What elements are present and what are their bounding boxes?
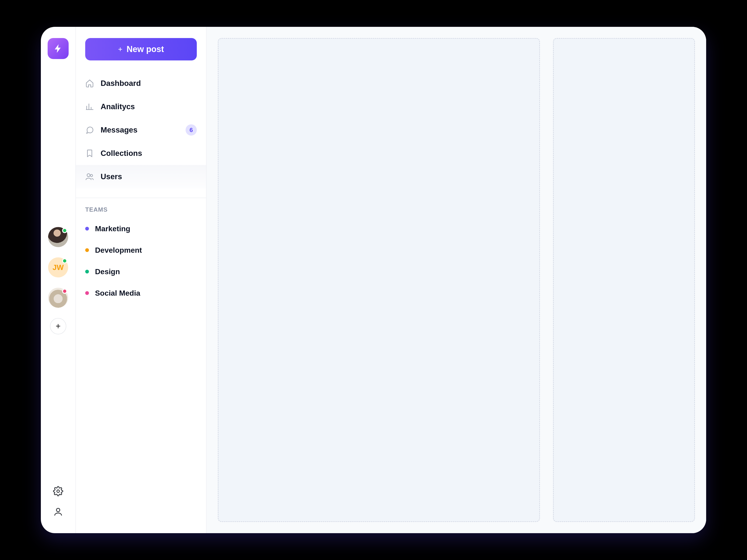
svg-point-1 — [56, 508, 60, 512]
team-item-social-media[interactable]: Social Media — [76, 282, 206, 304]
users-icon — [85, 172, 94, 181]
teams-list: Marketing Development Design Social Medi… — [76, 218, 206, 304]
settings-button[interactable] — [53, 486, 63, 496]
team-dot-icon — [85, 227, 89, 231]
primary-nav: Dashboard Analitycs Messages 6 Collectio… — [76, 72, 206, 188]
add-workspace-button[interactable]: + — [50, 318, 66, 335]
svg-point-3 — [91, 175, 93, 177]
bolt-icon — [53, 44, 63, 54]
team-dot-icon — [85, 248, 89, 252]
gear-icon — [53, 486, 63, 496]
nav-label: Collections — [101, 149, 142, 158]
nav-label: Messages — [101, 126, 137, 134]
status-dot-online-icon — [62, 258, 67, 263]
new-post-button[interactable]: + New post — [85, 38, 197, 60]
team-label: Marketing — [95, 224, 130, 233]
rail-avatar-list: JW + — [48, 227, 68, 335]
avatar-initials: JW — [53, 263, 64, 272]
nav-label: Dashboard — [101, 79, 141, 88]
content-placeholder-secondary — [553, 38, 695, 522]
avatar[interactable] — [48, 227, 68, 247]
chat-icon — [85, 126, 94, 134]
svg-point-0 — [57, 490, 59, 492]
plus-icon: + — [118, 45, 123, 54]
nav-label: Users — [101, 172, 122, 181]
home-icon — [85, 79, 94, 88]
new-post-label: New post — [127, 44, 164, 54]
status-dot-busy-icon — [62, 289, 67, 294]
user-icon — [53, 507, 63, 517]
status-dot-online-icon — [62, 228, 67, 233]
svg-point-2 — [87, 174, 90, 177]
team-item-design[interactable]: Design — [76, 261, 206, 282]
app-logo[interactable] — [48, 38, 69, 59]
nav-item-collections[interactable]: Collections — [76, 142, 206, 165]
nav-item-analytics[interactable]: Analitycs — [76, 95, 206, 118]
team-item-development[interactable]: Development — [76, 239, 206, 261]
content-placeholder-primary — [218, 38, 540, 522]
plus-icon: + — [56, 322, 60, 330]
team-label: Development — [95, 246, 142, 255]
team-dot-icon — [85, 270, 89, 273]
nav-item-dashboard[interactable]: Dashboard — [76, 72, 206, 95]
divider — [76, 197, 206, 198]
teams-header: TEAMS — [76, 206, 206, 218]
chart-icon — [85, 102, 94, 111]
avatar[interactable] — [48, 288, 68, 308]
avatar[interactable]: JW — [48, 257, 68, 277]
main-content — [207, 27, 706, 533]
messages-badge: 6 — [186, 124, 197, 136]
team-dot-icon — [85, 291, 89, 295]
team-label: Design — [95, 267, 120, 276]
bookmark-icon — [85, 149, 94, 158]
sidebar: + New post Dashboard Analitycs Messages … — [76, 27, 207, 533]
team-item-marketing[interactable]: Marketing — [76, 218, 206, 239]
nav-item-users[interactable]: Users — [76, 165, 206, 188]
team-label: Social Media — [95, 289, 140, 297]
nav-label: Analitycs — [101, 102, 135, 111]
profile-button[interactable] — [53, 507, 63, 517]
mini-rail: JW + — [41, 27, 76, 533]
app-window: JW + + New post — [41, 27, 706, 533]
nav-item-messages[interactable]: Messages 6 — [76, 118, 206, 142]
